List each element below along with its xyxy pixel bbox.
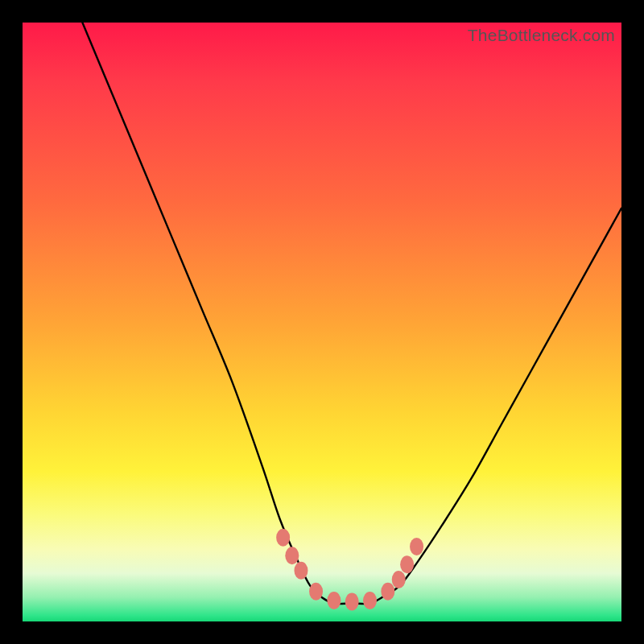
curve-marker [345,592,359,610]
curve-marker [363,592,377,609]
curve-marker [410,538,423,555]
curve-marker [400,555,414,573]
bottleneck-curve-path [82,23,621,604]
curve-marker [327,592,341,609]
chart-svg [23,23,621,621]
outer-frame: TheBottleneck.com [0,0,644,644]
curve-marker [294,562,308,580]
curve-marker [276,529,290,547]
curve-marker [309,583,323,601]
marker-group [276,529,423,611]
curve-marker [392,571,406,588]
curve-marker [381,583,394,601]
curve-marker [285,547,299,564]
plot-area: TheBottleneck.com [23,23,621,621]
